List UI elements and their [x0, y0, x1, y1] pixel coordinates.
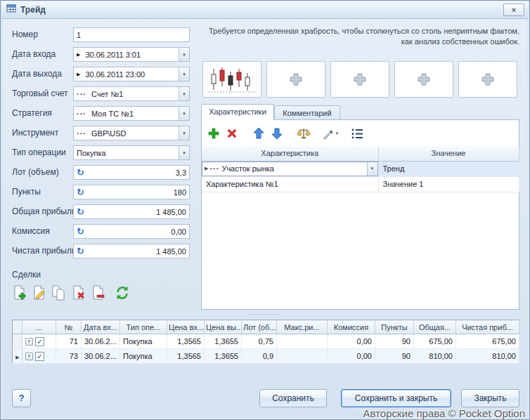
- help-icon: ?: [19, 393, 25, 403]
- row-marker-icon: ▶: [205, 166, 208, 171]
- delete-deal-icon: [70, 284, 87, 301]
- value-column-header[interactable]: Значение: [378, 146, 519, 161]
- save-and-close-button[interactable]: Сохранить и закрыть: [341, 389, 451, 407]
- characteristic-row[interactable]: Характеристика №1 Значение 1: [202, 176, 519, 192]
- deals-section-label: Сделки: [12, 270, 41, 280]
- trade-dialog-window: Трейд × Номер 1 Дата входа ▶ 30.06.2011 …: [0, 0, 530, 420]
- characteristic-row[interactable]: ▶ ··· Участок рынка ▼ Тренд: [202, 161, 519, 176]
- exit-date-dropdown-button[interactable]: ▼: [179, 67, 189, 81]
- account-lookup[interactable]: ··· Счет №1 ▼: [73, 86, 190, 101]
- recalc-icon: ↻: [77, 247, 84, 256]
- ellipsis-icon: ···: [77, 129, 86, 138]
- exit-date-input[interactable]: ▶ 30.06.2011 23:00 ▼: [73, 67, 190, 81]
- deal-row-73[interactable]: ▶ + ✓ 73 30.06.2... Покупка 1,3565 1,365…: [13, 349, 519, 364]
- instrument-dropdown-button[interactable]: ▼: [179, 126, 189, 140]
- move-up-button[interactable]: [250, 124, 268, 143]
- image-slot-2[interactable]: [266, 61, 325, 98]
- chevron-down-icon: ▼: [182, 72, 186, 77]
- chevron-down-icon: ▼: [370, 166, 375, 171]
- account-dropdown-button[interactable]: ▼: [179, 87, 189, 100]
- entry-date-dropdown-button[interactable]: ▼: [179, 48, 189, 61]
- image-slot-3[interactable]: [330, 61, 389, 98]
- deal-checkbox[interactable]: ✓: [35, 337, 44, 346]
- label-instrument: Инструмент: [12, 126, 58, 140]
- column-header-gross[interactable]: Общая...: [414, 320, 456, 334]
- edit-deal-icon: [31, 284, 48, 301]
- close-button[interactable]: ×: [503, 4, 524, 16]
- column-header-exit-price[interactable]: Цена вы...: [205, 320, 242, 334]
- column-header-entry-price[interactable]: Цена вх...: [167, 320, 205, 334]
- net-profit-spin-input[interactable]: ↻ 1 485,00: [73, 244, 190, 258]
- delete-characteristic-button[interactable]: [223, 124, 241, 143]
- column-header-max-risk[interactable]: Макс.ри...: [277, 320, 328, 334]
- quote-text: Требуется определенная храбрость, чтобы …: [203, 26, 519, 47]
- close-dialog-button[interactable]: Закрыть: [461, 389, 519, 407]
- gross-profit-spin-input[interactable]: ↻ 1 485,00: [73, 204, 190, 219]
- characteristic-dropdown-button[interactable]: ▼: [367, 162, 377, 176]
- image-slot-5[interactable]: [458, 61, 517, 98]
- remove-line-button[interactable]: [89, 284, 108, 302]
- lot-spin-input[interactable]: ↻ 3,3: [73, 165, 190, 180]
- chevron-down-icon: ▼: [182, 151, 186, 155]
- arrow-down-icon: [270, 126, 284, 140]
- strategy-lookup[interactable]: ··· Моя ТС №1 ▼: [73, 106, 190, 121]
- remove-line-icon: [90, 284, 107, 301]
- strategy-dropdown-button[interactable]: ▼: [179, 107, 189, 120]
- eyedropper-icon: [322, 127, 335, 140]
- picker-button[interactable]: ▼: [321, 124, 340, 143]
- chevron-down-icon: ▼: [182, 131, 186, 136]
- characteristics-panel: ▼ Характеристика Значение: [201, 119, 519, 310]
- edit-deal-button[interactable]: [30, 284, 49, 302]
- help-button[interactable]: ?: [12, 389, 31, 407]
- scales-button[interactable]: [295, 124, 313, 143]
- save-button[interactable]: Сохранить: [259, 389, 327, 407]
- points-spin-input[interactable]: ↻ 180: [73, 185, 190, 199]
- scales-icon: [297, 126, 311, 140]
- move-down-button[interactable]: [268, 124, 286, 143]
- add-deal-button[interactable]: [11, 284, 29, 302]
- date-arrow-icon: ▶: [77, 72, 80, 77]
- characteristic-column-header[interactable]: Характеристика: [202, 146, 378, 161]
- splitter-handle[interactable]: ········: [1, 310, 529, 317]
- commission-spin-input[interactable]: ↻ 0,00: [73, 224, 190, 239]
- label-number: Номер: [12, 27, 38, 42]
- column-header-points[interactable]: Пункты: [375, 320, 414, 334]
- label-exit-date: Дата выхода: [12, 67, 62, 81]
- delete-icon: [225, 126, 239, 140]
- column-header-net[interactable]: Чистая приб...: [456, 320, 519, 334]
- column-header-commission[interactable]: Комиссия: [328, 320, 375, 334]
- refresh-icon: [114, 284, 131, 301]
- image-slot-4[interactable]: [394, 61, 453, 98]
- delete-deal-button[interactable]: [70, 284, 88, 302]
- expand-button[interactable]: +: [25, 338, 33, 346]
- deal-row-71[interactable]: + ✓ 71 30.06.2... Покупка 1,3565 1,3655 …: [13, 334, 519, 349]
- ellipsis-icon: ···: [77, 90, 86, 98]
- operation-type-combo[interactable]: Покупка ▼: [73, 145, 190, 160]
- label-commission: Комиссия: [12, 224, 50, 239]
- column-header-operation-type[interactable]: Тип опе...: [120, 320, 167, 334]
- list-icon: [351, 127, 363, 140]
- list-settings-button[interactable]: [348, 124, 366, 143]
- ellipsis-icon: ···: [209, 164, 219, 173]
- column-header-number[interactable]: №: [56, 320, 82, 334]
- refresh-deals-button[interactable]: [113, 284, 131, 302]
- column-header-select[interactable]: ...: [22, 320, 56, 334]
- label-operation-type: Тип операции: [12, 145, 66, 160]
- expand-button[interactable]: +: [25, 353, 33, 360]
- operation-type-dropdown-button[interactable]: ▼: [179, 146, 189, 159]
- ellipsis-icon: ···: [77, 110, 86, 118]
- column-header-lot[interactable]: Лот (об...: [242, 320, 277, 334]
- entry-date-input[interactable]: ▶ 30.06.2011 3:01 ▼: [73, 47, 190, 62]
- characteristics-toolbar: ▼: [205, 122, 516, 144]
- number-input[interactable]: 1: [73, 27, 190, 42]
- copy-deal-button[interactable]: [50, 284, 68, 302]
- tab-comment[interactable]: Комментарий: [274, 105, 340, 120]
- image-slot-1[interactable]: [202, 61, 261, 98]
- tab-characteristics[interactable]: Характеристики: [201, 104, 274, 120]
- add-characteristic-button[interactable]: [205, 124, 223, 143]
- instrument-lookup[interactable]: ··· GBP\USD ▼: [73, 126, 190, 140]
- add-image-icon: [479, 72, 497, 87]
- characteristic-cell-editor[interactable]: ▶ ··· Участок рынка ▼: [202, 162, 378, 176]
- column-header-entry-date[interactable]: Дата вх...: [82, 320, 120, 334]
- deal-checkbox[interactable]: ✓: [35, 352, 44, 361]
